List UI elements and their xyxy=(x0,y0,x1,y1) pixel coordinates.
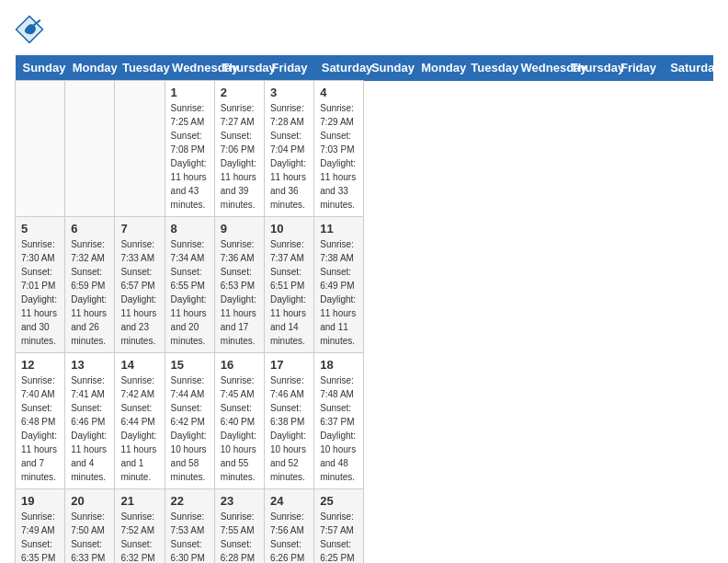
day-number: 4 xyxy=(320,86,358,99)
day-number: 21 xyxy=(120,494,158,508)
day-info: Sunrise: 7:38 AMSunset: 6:49 PMDaylight:… xyxy=(320,239,356,346)
day-header-saturday: Saturday xyxy=(314,55,364,81)
day-number: 13 xyxy=(71,358,108,372)
day-info: Sunrise: 7:42 AMSunset: 6:44 PMDaylight:… xyxy=(120,375,156,482)
day-number: 15 xyxy=(171,358,209,372)
day-info: Sunrise: 7:50 AMSunset: 6:33 PMDaylight:… xyxy=(71,511,107,563)
calendar-cell: 24 Sunrise: 7:56 AMSunset: 6:26 PMDaylig… xyxy=(265,489,314,564)
calendar-cell: 7 Sunrise: 7:33 AMSunset: 6:57 PMDayligh… xyxy=(115,217,165,353)
day-header-friday: Friday xyxy=(265,55,314,81)
day-header-saturday: Saturday xyxy=(663,55,712,81)
day-info: Sunrise: 7:32 AMSunset: 6:59 PMDaylight:… xyxy=(71,239,107,346)
calendar-cell: 15 Sunrise: 7:44 AMSunset: 6:42 PMDaylig… xyxy=(165,353,214,489)
day-number: 20 xyxy=(71,494,108,508)
calendar-cell: 6 Sunrise: 7:32 AMSunset: 6:59 PMDayligh… xyxy=(65,217,115,353)
calendar-cell xyxy=(16,81,65,217)
day-info: Sunrise: 7:28 AMSunset: 7:04 PMDaylight:… xyxy=(270,103,306,210)
calendar-cell: 21 Sunrise: 7:52 AMSunset: 6:32 PMDaylig… xyxy=(115,489,165,564)
day-number: 14 xyxy=(120,358,158,372)
day-info: Sunrise: 7:46 AMSunset: 6:38 PMDaylight:… xyxy=(270,375,306,482)
calendar-cell: 25 Sunrise: 7:57 AMSunset: 6:25 PMDaylig… xyxy=(314,489,364,564)
calendar-table: SundayMondayTuesdayWednesdayThursdayFrid… xyxy=(15,55,713,563)
day-number: 12 xyxy=(21,358,59,372)
day-header-monday: Monday xyxy=(414,55,463,81)
day-info: Sunrise: 7:56 AMSunset: 6:26 PMDaylight:… xyxy=(270,511,306,563)
calendar-cell: 23 Sunrise: 7:55 AMSunset: 6:28 PMDaylig… xyxy=(214,489,264,564)
calendar-week-1: 1 Sunrise: 7:25 AMSunset: 7:08 PMDayligh… xyxy=(16,81,713,217)
day-header-sunday: Sunday xyxy=(364,55,414,81)
calendar-cell: 14 Sunrise: 7:42 AMSunset: 6:44 PMDaylig… xyxy=(115,353,165,489)
day-info: Sunrise: 7:29 AMSunset: 7:03 PMDaylight:… xyxy=(320,103,356,210)
calendar-cell: 10 Sunrise: 7:37 AMSunset: 6:51 PMDaylig… xyxy=(265,217,314,353)
day-number: 22 xyxy=(171,494,209,508)
day-number: 7 xyxy=(120,222,158,236)
logo xyxy=(15,15,48,44)
day-number: 11 xyxy=(320,222,358,236)
calendar-week-4: 19 Sunrise: 7:49 AMSunset: 6:35 PMDaylig… xyxy=(16,489,713,564)
day-info: Sunrise: 7:40 AMSunset: 6:48 PMDaylight:… xyxy=(21,375,57,482)
calendar-cell: 8 Sunrise: 7:34 AMSunset: 6:55 PMDayligh… xyxy=(165,217,214,353)
calendar-cell: 2 Sunrise: 7:27 AMSunset: 7:06 PMDayligh… xyxy=(214,81,264,217)
day-info: Sunrise: 7:48 AMSunset: 6:37 PMDaylight:… xyxy=(320,375,356,482)
day-number: 3 xyxy=(270,86,308,99)
calendar-cell: 3 Sunrise: 7:28 AMSunset: 7:04 PMDayligh… xyxy=(265,81,314,217)
day-header-sunday: Sunday xyxy=(16,55,65,81)
logo-icon xyxy=(15,15,44,44)
day-number: 19 xyxy=(21,494,59,508)
day-number: 9 xyxy=(221,222,258,236)
day-info: Sunrise: 7:33 AMSunset: 6:57 PMDaylight:… xyxy=(120,239,156,346)
day-info: Sunrise: 7:41 AMSunset: 6:46 PMDaylight:… xyxy=(71,375,107,482)
day-header-friday: Friday xyxy=(613,55,663,81)
calendar-cell: 19 Sunrise: 7:49 AMSunset: 6:35 PMDaylig… xyxy=(16,489,65,564)
day-number: 5 xyxy=(21,222,59,236)
day-header-monday: Monday xyxy=(65,55,115,81)
calendar-cell: 11 Sunrise: 7:38 AMSunset: 6:49 PMDaylig… xyxy=(314,217,364,353)
day-number: 18 xyxy=(320,358,358,372)
day-info: Sunrise: 7:37 AMSunset: 6:51 PMDaylight:… xyxy=(270,239,306,346)
calendar-cell: 9 Sunrise: 7:36 AMSunset: 6:53 PMDayligh… xyxy=(214,217,264,353)
calendar-week-2: 5 Sunrise: 7:30 AMSunset: 7:01 PMDayligh… xyxy=(16,217,713,353)
calendar-cell: 16 Sunrise: 7:45 AMSunset: 6:40 PMDaylig… xyxy=(214,353,264,489)
day-number: 1 xyxy=(171,86,209,99)
day-number: 2 xyxy=(221,86,258,99)
day-info: Sunrise: 7:27 AMSunset: 7:06 PMDaylight:… xyxy=(221,103,256,210)
day-info: Sunrise: 7:57 AMSunset: 6:25 PMDaylight:… xyxy=(320,511,356,563)
day-header-wednesday: Wednesday xyxy=(165,55,214,81)
day-number: 24 xyxy=(270,494,308,508)
page-header xyxy=(15,15,713,44)
calendar-cell: 12 Sunrise: 7:40 AMSunset: 6:48 PMDaylig… xyxy=(16,353,65,489)
day-info: Sunrise: 7:34 AMSunset: 6:55 PMDaylight:… xyxy=(171,239,207,346)
day-info: Sunrise: 7:53 AMSunset: 6:30 PMDaylight:… xyxy=(171,511,207,563)
day-info: Sunrise: 7:25 AMSunset: 7:08 PMDaylight:… xyxy=(171,103,207,210)
calendar-cell: 20 Sunrise: 7:50 AMSunset: 6:33 PMDaylig… xyxy=(65,489,115,564)
day-number: 10 xyxy=(270,222,308,236)
day-header-wednesday: Wednesday xyxy=(514,55,563,81)
calendar-cell: 17 Sunrise: 7:46 AMSunset: 6:38 PMDaylig… xyxy=(265,353,314,489)
calendar-cell: 4 Sunrise: 7:29 AMSunset: 7:03 PMDayligh… xyxy=(314,81,364,217)
calendar-cell: 1 Sunrise: 7:25 AMSunset: 7:08 PMDayligh… xyxy=(165,81,214,217)
day-info: Sunrise: 7:36 AMSunset: 6:53 PMDaylight:… xyxy=(221,239,256,346)
day-number: 17 xyxy=(270,358,308,372)
day-info: Sunrise: 7:55 AMSunset: 6:28 PMDaylight:… xyxy=(221,511,256,563)
day-header-tuesday: Tuesday xyxy=(115,55,165,81)
day-info: Sunrise: 7:30 AMSunset: 7:01 PMDaylight:… xyxy=(21,239,57,346)
day-number: 6 xyxy=(71,222,108,236)
day-number: 23 xyxy=(221,494,258,508)
day-info: Sunrise: 7:44 AMSunset: 6:42 PMDaylight:… xyxy=(171,375,207,482)
day-number: 25 xyxy=(320,494,358,508)
calendar-cell: 13 Sunrise: 7:41 AMSunset: 6:46 PMDaylig… xyxy=(65,353,115,489)
day-header-thursday: Thursday xyxy=(563,55,613,81)
day-number: 16 xyxy=(221,358,258,372)
calendar-week-3: 12 Sunrise: 7:40 AMSunset: 6:48 PMDaylig… xyxy=(16,353,713,489)
calendar-cell: 5 Sunrise: 7:30 AMSunset: 7:01 PMDayligh… xyxy=(16,217,65,353)
day-info: Sunrise: 7:45 AMSunset: 6:40 PMDaylight:… xyxy=(221,375,256,482)
calendar-cell: 22 Sunrise: 7:53 AMSunset: 6:30 PMDaylig… xyxy=(165,489,214,564)
calendar-header-row: SundayMondayTuesdayWednesdayThursdayFrid… xyxy=(16,55,713,81)
calendar-cell xyxy=(115,81,165,217)
calendar-cell: 18 Sunrise: 7:48 AMSunset: 6:37 PMDaylig… xyxy=(314,353,364,489)
day-header-tuesday: Tuesday xyxy=(463,55,513,81)
day-info: Sunrise: 7:49 AMSunset: 6:35 PMDaylight:… xyxy=(21,511,57,563)
calendar-cell xyxy=(65,81,115,217)
day-header-thursday: Thursday xyxy=(214,55,264,81)
day-info: Sunrise: 7:52 AMSunset: 6:32 PMDaylight:… xyxy=(120,511,156,563)
